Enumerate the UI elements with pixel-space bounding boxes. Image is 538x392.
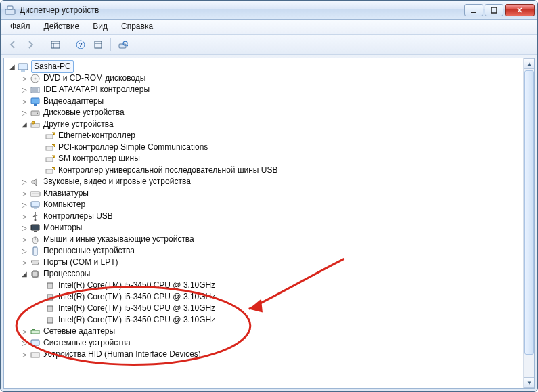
svg-rect-14 bbox=[18, 64, 28, 70]
properties-button[interactable] bbox=[90, 37, 106, 53]
tree-item-other-ethernet[interactable]: · ! Ethernet-контроллер bbox=[5, 130, 522, 141]
tree-item-label: IDE ATA/ATAPI контроллеры bbox=[43, 84, 150, 95]
svg-point-40 bbox=[36, 193, 37, 194]
port-icon bbox=[30, 257, 41, 268]
tree-item-other-usb[interactable]: · ! Контроллер универсальной последовате… bbox=[5, 165, 522, 176]
svg-rect-68 bbox=[31, 330, 39, 334]
help-button[interactable]: ? bbox=[72, 37, 89, 53]
tree-item-label: Intel(R) Core(TM) i5-3450 CPU @ 3.10GHz bbox=[58, 280, 215, 291]
tree-item-usb-controllers[interactable]: ▷ Контроллеры USB bbox=[5, 211, 522, 222]
svg-rect-28 bbox=[46, 135, 53, 139]
tree-item-processors[interactable]: ◢ Процессоры bbox=[5, 268, 522, 280]
device-tree[interactable]: ◢ Sasha-PC ▷ DVD и CD-ROM дисководы bbox=[4, 58, 523, 388]
tree-item-network[interactable]: ▷ Сетевые адаптеры bbox=[5, 326, 522, 337]
tree-item-label: Порты (COM и LPT) bbox=[43, 257, 118, 268]
svg-text:?: ? bbox=[79, 41, 83, 48]
toolbar-separator bbox=[43, 38, 43, 51]
forward-button[interactable] bbox=[22, 37, 39, 53]
expand-icon[interactable]: ▷ bbox=[20, 259, 28, 267]
other-devices-icon bbox=[30, 119, 41, 130]
tree-item-label: Процессоры bbox=[43, 268, 91, 280]
svg-rect-64 bbox=[47, 283, 53, 288]
expand-icon[interactable]: ▷ bbox=[20, 247, 28, 255]
ide-controller-icon bbox=[30, 85, 41, 95]
svg-point-38 bbox=[33, 193, 34, 194]
tree-item-label: Контроллеры USB bbox=[43, 211, 113, 222]
expand-icon[interactable]: ▷ bbox=[20, 213, 28, 221]
tree-item-video[interactable]: ▷ Видеоадаптеры bbox=[5, 95, 522, 107]
tree-item-label: Видеоадаптеры bbox=[43, 95, 104, 107]
menu-action[interactable]: Действие bbox=[37, 20, 87, 34]
expand-icon[interactable]: ▷ bbox=[20, 351, 28, 359]
svg-rect-71 bbox=[31, 353, 39, 357]
tree-item-processor-2[interactable]: · Intel(R) Core(TM) i5-3450 CPU @ 3.10GH… bbox=[5, 303, 522, 314]
processor-icon bbox=[45, 292, 55, 303]
tree-item-mice[interactable]: ▷ Мыши и иные указывающие устройства bbox=[5, 234, 522, 245]
tree-item-processor-1[interactable]: · Intel(R) Core(TM) i5-3450 CPU @ 3.10GH… bbox=[5, 291, 522, 303]
svg-text:!: ! bbox=[53, 143, 53, 147]
menubar: Файл Действие Вид Справка bbox=[1, 20, 537, 35]
close-button[interactable] bbox=[505, 4, 535, 16]
minimize-button[interactable] bbox=[464, 4, 483, 16]
svg-point-45 bbox=[35, 212, 36, 213]
expand-icon[interactable]: ▷ bbox=[20, 190, 28, 198]
collapse-icon[interactable]: ◢ bbox=[8, 63, 16, 71]
scroll-down-button[interactable]: ▼ bbox=[524, 377, 535, 388]
expand-icon[interactable]: ▷ bbox=[20, 236, 28, 244]
tree-item-other-sm[interactable]: · ! SM контроллер шины bbox=[5, 153, 522, 165]
expand-icon[interactable]: ▷ bbox=[20, 339, 28, 347]
svg-rect-50 bbox=[33, 247, 37, 255]
tree-item-label: Устройства HID (Human Interface Devices) bbox=[43, 349, 201, 360]
tree-item-label: Ethernet-контроллер bbox=[58, 130, 135, 141]
back-button[interactable] bbox=[5, 37, 21, 53]
tree-item-label: Дисковые устройства bbox=[43, 107, 125, 118]
tree-item-label: Intel(R) Core(TM) i5-3450 CPU @ 3.10GHz bbox=[58, 291, 215, 303]
expand-icon[interactable]: ▷ bbox=[20, 109, 28, 117]
tree-item-label: Intel(R) Core(TM) i5-3450 CPU @ 3.10GHz bbox=[58, 314, 215, 326]
tree-item-dvd[interactable]: ▷ DVD и CD-ROM дисководы bbox=[5, 72, 522, 84]
unknown-device-icon: ! bbox=[45, 154, 55, 165]
tree-item-sound[interactable]: ▷ Звуковые, видео и игровые устройства bbox=[5, 176, 522, 188]
svg-point-17 bbox=[35, 77, 37, 79]
expand-icon[interactable]: ▷ bbox=[20, 201, 28, 209]
svg-rect-11 bbox=[119, 44, 126, 48]
tree-item-hid[interactable]: ▷ Устройства HID (Human Interface Device… bbox=[5, 349, 522, 360]
tree-item-ports[interactable]: ▷ Порты (COM и LPT) bbox=[5, 257, 522, 268]
tree-item-processor-3[interactable]: · Intel(R) Core(TM) i5-3450 CPU @ 3.10GH… bbox=[5, 314, 522, 326]
hid-device-icon bbox=[30, 349, 41, 360]
expand-icon[interactable]: ▷ bbox=[20, 224, 28, 232]
tree-item-other[interactable]: ◢ Другие устройства bbox=[5, 118, 522, 130]
show-hidden-button[interactable] bbox=[47, 37, 64, 53]
menu-file[interactable]: Файл bbox=[3, 20, 37, 34]
device-manager-window: Диспетчер устройств Файл Действие Вид Сп… bbox=[0, 0, 538, 392]
menu-view[interactable]: Вид bbox=[86, 20, 114, 34]
tree-item-ide[interactable]: ▷ IDE ATA/ATAPI контроллеры bbox=[5, 84, 522, 95]
maximize-button[interactable] bbox=[485, 4, 503, 16]
scroll-thumb[interactable] bbox=[524, 70, 534, 355]
tree-item-label: Звуковые, видео и игровые устройства bbox=[43, 176, 191, 188]
tree-item-monitors[interactable]: ▷ Мониторы bbox=[5, 222, 522, 234]
processor-icon bbox=[45, 315, 55, 326]
vertical-scrollbar[interactable]: ▲ ▼ bbox=[523, 58, 534, 388]
svg-line-13 bbox=[127, 45, 128, 46]
tree-item-processor-0[interactable]: · Intel(R) Core(TM) i5-3450 CPU @ 3.10GH… bbox=[5, 280, 522, 291]
collapse-icon[interactable]: ◢ bbox=[20, 270, 28, 278]
expand-icon[interactable]: ▷ bbox=[20, 97, 28, 106]
scan-hardware-button[interactable] bbox=[115, 37, 131, 53]
scroll-up-button[interactable]: ▲ bbox=[524, 58, 535, 69]
expand-icon[interactable]: ▷ bbox=[20, 328, 28, 336]
tree-item-portable[interactable]: ▷ Переносные устройства bbox=[5, 245, 522, 257]
expand-icon[interactable]: ▷ bbox=[20, 178, 28, 186]
network-adapter-icon bbox=[30, 326, 41, 337]
tree-item-disk[interactable]: ▷ Дисковые устройства bbox=[5, 107, 522, 118]
tree-root[interactable]: ◢ Sasha-PC bbox=[5, 61, 522, 72]
tree-item-computer[interactable]: ▷ Компьютер bbox=[5, 199, 522, 211]
tree-item-keyboards[interactable]: ▷ Клавиатуры bbox=[5, 188, 522, 199]
tree-item-system[interactable]: ▷ Системные устройства bbox=[5, 337, 522, 349]
menu-help[interactable]: Справка bbox=[114, 20, 160, 34]
tree-item-other-pci[interactable]: · ! PCI-контроллер Simple Communications bbox=[5, 141, 522, 153]
expand-icon[interactable]: ▷ bbox=[20, 74, 28, 83]
unknown-device-icon: ! bbox=[45, 131, 55, 141]
expand-icon[interactable]: ▷ bbox=[20, 86, 28, 94]
collapse-icon[interactable]: ◢ bbox=[20, 121, 28, 129]
